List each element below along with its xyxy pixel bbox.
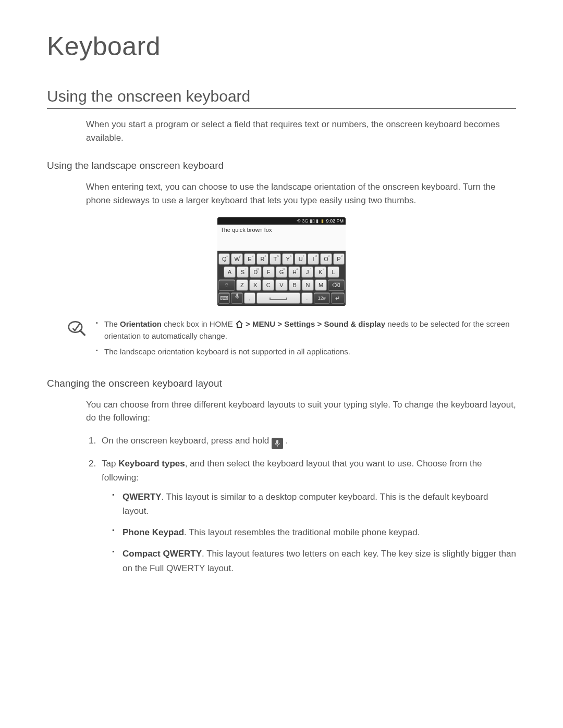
- key-n: N: [302, 279, 314, 291]
- svg-rect-4: [277, 445, 277, 447]
- note-list: The Orientation check box in HOME > MENU…: [96, 318, 516, 362]
- battery-icon: ▮: [321, 218, 324, 224]
- key-ime: ⌨: [218, 292, 230, 304]
- key-b: B: [289, 279, 301, 291]
- key-z: Z: [236, 279, 248, 291]
- status-bar: ⟲ 3G ▮▯ ▮ ▮ 9:02 PM: [217, 217, 346, 225]
- subheading-layout: Changing the onscreen keyboard layout: [47, 378, 516, 389]
- key-h: &H: [288, 266, 300, 278]
- key-q: 1Q: [218, 253, 230, 265]
- key-k: ?K: [314, 266, 326, 278]
- key-y: 6Y: [282, 253, 293, 265]
- phone-frame: ⟲ 3G ▮▯ ▮ ▮ 9:02 PM The quick brown fox …: [217, 217, 346, 306]
- status-time: 9:02 PM: [326, 218, 344, 224]
- key-mic: [231, 292, 242, 304]
- page-title: Keyboard: [47, 31, 516, 61]
- key-s: !S: [237, 266, 249, 278]
- key-o: 9O: [320, 253, 332, 265]
- key-c: C: [262, 279, 274, 291]
- layout-opt-phone: Phone Keypad. This layout resembles the …: [112, 525, 516, 539]
- key-d: @D: [250, 266, 262, 278]
- keyboard: 1Q 2W 3E 4R 5T 6Y 7U 8I 9O 0P A !S @D F: [217, 251, 346, 306]
- svg-rect-1: [237, 298, 237, 300]
- key-backspace: ⌫: [328, 279, 345, 291]
- key-v: V: [275, 279, 287, 291]
- key-space: [256, 292, 300, 304]
- layout-opt-qwerty: QWERTY. This layout is similar to a desk…: [112, 490, 516, 518]
- landscape-body: When entering text, you can choose to us…: [86, 180, 516, 207]
- key-row-2: A !S @D F %G &H *J ?K L: [218, 266, 345, 278]
- key-t: 5T: [270, 253, 281, 265]
- subheading-landscape: Using the landscape onscreen keyboard: [47, 160, 516, 171]
- spacebar-icon: [270, 298, 287, 300]
- note-item-2: The landscape orientation keyboard is no…: [96, 346, 516, 358]
- mic-key-icon: [272, 438, 283, 449]
- key-a: A: [224, 266, 236, 278]
- note-item-1: The Orientation check box in HOME > MENU…: [96, 318, 516, 342]
- key-period: .: [301, 292, 313, 304]
- key-w: 2W: [231, 253, 242, 265]
- layout-opt-compact: Compact QWERTY. This layout features two…: [112, 547, 516, 575]
- step-1: On the onscreen keyboard, press and hold…: [99, 434, 516, 449]
- key-row-3: ⇧ Z X C V B N M ⌫: [218, 279, 345, 291]
- screenshot-figure: ⟲ 3G ▮▯ ▮ ▮ 9:02 PM The quick brown fox …: [47, 217, 516, 308]
- status-icons: ⟲ 3G ▮▯ ▮: [297, 218, 319, 224]
- svg-rect-0: [236, 293, 238, 297]
- section-heading: Using the onscreen keyboard: [47, 88, 516, 109]
- layout-options: QWERTY. This layout is similar to a desk…: [112, 490, 516, 575]
- key-shift: ⇧: [218, 279, 235, 291]
- key-l: L: [327, 266, 339, 278]
- text-field: The quick brown fox: [217, 225, 346, 251]
- key-m: M: [315, 279, 327, 291]
- key-i: 8I: [308, 253, 319, 265]
- step-2: Tap Keyboard types, and then select the …: [99, 456, 516, 575]
- key-row-4: ⌨ , . 12# ↵: [218, 292, 345, 304]
- key-enter: ↵: [331, 292, 345, 304]
- key-f: F: [263, 266, 275, 278]
- key-numeric: 12#: [314, 292, 330, 304]
- key-row-1: 1Q 2W 3E 4R 5T 6Y 7U 8I 9O 0P: [218, 253, 345, 265]
- key-x: X: [249, 279, 261, 291]
- key-r: 4R: [256, 253, 268, 265]
- note-block: The Orientation check box in HOME > MENU…: [68, 318, 516, 362]
- svg-rect-3: [276, 440, 278, 444]
- key-p: 0P: [333, 253, 345, 265]
- key-e: 3E: [244, 253, 255, 265]
- key-u: 7U: [295, 253, 306, 265]
- key-comma: ,: [244, 292, 255, 304]
- layout-intro: You can choose from three different keyb…: [86, 398, 516, 425]
- steps-list: On the onscreen keyboard, press and hold…: [86, 434, 516, 575]
- intro-text: When you start a program or select a fie…: [86, 118, 516, 144]
- tip-icon: [68, 320, 85, 338]
- key-j: *J: [301, 266, 313, 278]
- page: Keyboard Using the onscreen keyboard Whe…: [0, 0, 563, 635]
- key-g: %G: [276, 266, 288, 278]
- home-icon: [235, 320, 243, 328]
